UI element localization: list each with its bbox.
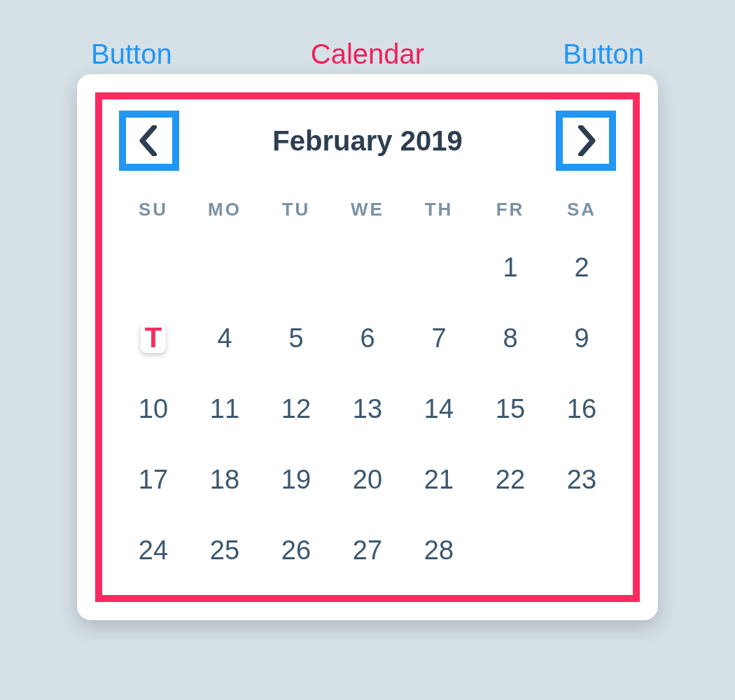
day-cell[interactable]: 27 [332,526,403,575]
day-cell[interactable]: 28 [403,526,475,575]
weekday-header: Fr [475,192,546,222]
day-cell-empty [189,243,260,293]
day-cell[interactable]: 9 [546,314,617,363]
day-cell[interactable]: 23 [546,455,617,505]
calendar-title: February 2019 [272,125,462,157]
annotation-row: Button Calendar Button [77,38,658,70]
day-cell-empty [332,243,403,293]
day-cell[interactable]: 2 [546,243,617,293]
chevron-left-icon [139,125,160,156]
weekday-header: Mo [189,192,260,222]
day-cell[interactable]: 21 [403,455,475,505]
day-cell-empty [118,243,189,293]
day-cell[interactable]: T [118,314,189,363]
next-month-button[interactable] [556,111,616,171]
calendar-frame: February 2019 SuMoTuWeThFrSa12T456789101… [95,92,640,602]
day-cell[interactable]: 13 [332,384,403,434]
annot-mid-label: Calendar [311,38,424,70]
day-cell[interactable]: 26 [260,526,332,575]
day-cell[interactable]: 16 [546,384,617,434]
day-cell[interactable]: 18 [189,455,260,505]
today-badge: T [141,323,166,353]
chevron-right-icon [575,125,596,156]
day-cell[interactable]: 25 [189,526,260,575]
annot-right-label: Button [563,38,644,70]
day-cell[interactable]: 4 [189,314,260,363]
day-cell[interactable]: 17 [118,455,189,505]
annot-left-label: Button [91,38,172,70]
day-cell[interactable]: 7 [403,314,475,363]
day-cell[interactable]: 5 [260,314,332,363]
day-cell[interactable]: 19 [260,455,332,505]
calendar-grid: SuMoTuWeThFrSa12T45678910111213141516171… [118,192,617,575]
day-cell[interactable]: 14 [403,384,475,434]
weekday-header: Tu [260,192,332,222]
day-cell[interactable]: 1 [475,243,546,293]
day-cell[interactable]: 22 [475,455,546,505]
calendar-card: February 2019 SuMoTuWeThFrSa12T456789101… [77,74,658,620]
day-cell-empty [475,526,546,575]
day-cell[interactable]: 15 [475,384,546,434]
day-cell[interactable]: 8 [475,314,546,363]
day-cell[interactable]: 11 [189,384,260,434]
day-cell[interactable]: 12 [260,384,332,434]
weekday-header: Sa [546,192,617,222]
weekday-header: We [332,192,403,222]
day-cell[interactable]: 24 [118,526,189,575]
day-cell-empty [546,526,617,575]
day-cell[interactable]: 6 [332,314,403,363]
day-cell-empty [403,243,475,293]
day-cell[interactable]: 10 [118,384,189,434]
weekday-header: Su [118,192,189,222]
calendar-header: February 2019 [118,106,617,176]
day-cell-empty [260,243,332,293]
day-cell[interactable]: 20 [332,455,403,505]
prev-month-button[interactable] [119,111,179,171]
weekday-header: Th [403,192,475,222]
